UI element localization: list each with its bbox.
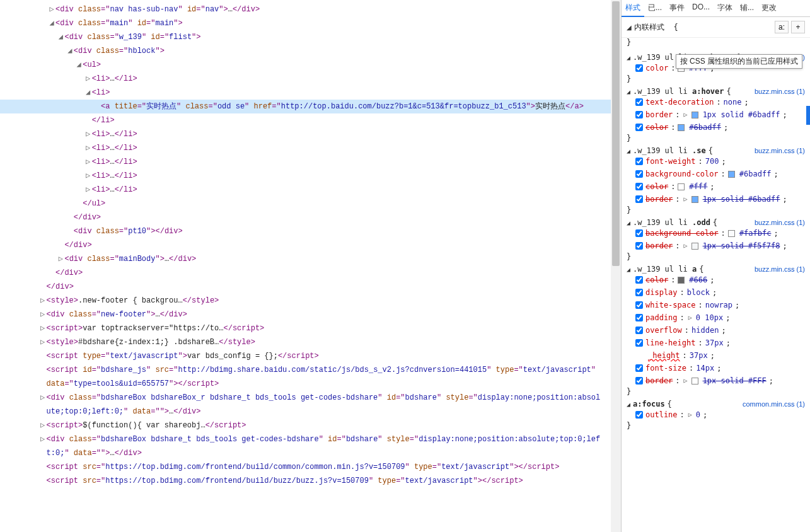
expand-arrow-icon[interactable]: ▷ xyxy=(39,419,47,432)
chevron-right-icon[interactable]: ▷ xyxy=(688,408,692,421)
css-prop-toggle[interactable] xyxy=(635,339,643,347)
dom-line[interactable]: ▷<li>…</li> xyxy=(0,127,621,141)
css-property[interactable]: border: ▷1px solid #6badff; xyxy=(635,108,805,121)
css-rules-list[interactable]: ◢.w_139 ul li .se:hover{buzz.min.css (1)… xyxy=(622,50,810,532)
css-prop-toggle[interactable] xyxy=(635,229,643,237)
css-property[interactable]: display: block; xyxy=(635,286,805,299)
css-property[interactable]: color: #666; xyxy=(635,274,805,286)
chevron-down-icon[interactable]: ◢ xyxy=(627,219,630,226)
dom-line[interactable]: ▷<div class="new-footer">…</div> xyxy=(0,308,621,321)
expand-arrow-icon[interactable]: ◢ xyxy=(57,30,64,44)
css-property[interactable]: background-color: #6badff; xyxy=(635,168,805,180)
color-swatch[interactable] xyxy=(678,277,685,284)
dom-line[interactable]: </div> xyxy=(0,266,621,280)
expand-arrow-icon[interactable]: ▷ xyxy=(84,72,92,86)
css-prop-toggle[interactable] xyxy=(635,170,643,178)
color-swatch[interactable] xyxy=(691,243,698,250)
css-property[interactable]: padding: ▷0 10px; xyxy=(635,311,805,324)
css-selector[interactable]: .w_139 ul li a xyxy=(633,265,697,274)
chevron-down-icon[interactable]: ◢ xyxy=(627,88,630,95)
color-swatch[interactable] xyxy=(678,124,685,131)
chevron-right-icon[interactable]: ▷ xyxy=(684,374,688,387)
chevron-right-icon[interactable]: ▷ xyxy=(684,240,688,252)
chevron-down-icon[interactable]: ◢ xyxy=(627,401,630,408)
dom-line[interactable]: ▷<li>…</li> xyxy=(0,155,621,169)
css-property[interactable]: color: #fff; xyxy=(635,180,805,193)
css-property[interactable]: font-size: 14px; xyxy=(635,362,805,374)
dom-tree[interactable]: ▷<div class="nav has-sub-nav" id="nav">…… xyxy=(0,0,621,500)
dom-line[interactable]: <div class="pt10"></div> xyxy=(0,224,621,238)
css-selector[interactable]: a:focus xyxy=(633,400,665,408)
dom-line[interactable]: </div> xyxy=(0,211,621,224)
css-selector[interactable]: .w_139 ul li a:hover xyxy=(633,87,724,96)
dom-line[interactable]: ◢<ul> xyxy=(0,58,621,72)
css-prop-toggle[interactable] xyxy=(635,411,643,419)
expand-arrow-icon[interactable]: ▷ xyxy=(84,183,92,197)
styles-tab-5[interactable]: 辅... xyxy=(736,0,758,16)
expand-arrow-icon[interactable]: ▷ xyxy=(39,308,47,321)
dom-line[interactable]: ute;top:0;left:0;" data="">…</div> xyxy=(0,405,621,419)
expand-arrow-icon[interactable]: ▷ xyxy=(84,169,92,183)
dom-line[interactable]: ▷<div class="nav has-sub-nav" id="nav">…… xyxy=(0,3,621,16)
dom-line[interactable]: ▷<div class="bdshareBox bdshare_t bds_to… xyxy=(0,432,621,446)
expand-arrow-icon[interactable]: ▷ xyxy=(84,155,92,169)
dom-line[interactable]: <script id="bdshare_js" src="http://bdim… xyxy=(0,363,621,377)
css-prop-toggle[interactable] xyxy=(635,64,643,72)
dom-line[interactable]: <script type="text/javascript">var bds_c… xyxy=(0,349,621,363)
chevron-down-icon[interactable]: ◢ xyxy=(627,266,630,273)
css-source-link[interactable]: buzz.min.css (1) xyxy=(755,147,805,154)
dom-line[interactable]: <a title="实时热点" class="odd se" href="htt… xyxy=(0,100,621,113)
dom-scrollbar-thumb[interactable] xyxy=(612,1,620,266)
styles-tab-6[interactable]: 更改 xyxy=(758,0,780,16)
color-swatch[interactable] xyxy=(728,171,735,178)
dom-line[interactable]: ▷<li>…</li> xyxy=(0,141,621,155)
css-property[interactable]: _height: 37px; xyxy=(635,349,805,362)
expand-arrow-icon[interactable]: ◢ xyxy=(48,16,55,30)
css-property[interactable]: outline: ▷0; xyxy=(635,408,805,421)
dom-line[interactable]: <script src="https://top.bdimg.com/front… xyxy=(0,474,621,488)
dom-line[interactable]: ▷<style>#bdshare{z-index:1;} .bdshareB…<… xyxy=(0,335,621,349)
css-property[interactable]: border: ▷1px solid #f5f7f8; xyxy=(635,240,805,252)
css-selector[interactable]: .w_139 ul li .odd xyxy=(633,218,710,227)
css-property[interactable]: text-decoration: none; xyxy=(635,96,805,108)
expand-arrow-icon[interactable]: ▷ xyxy=(84,141,92,155)
dom-line[interactable]: t:0;" data="">…</div> xyxy=(0,446,621,460)
chevron-down-icon[interactable]: ◢ xyxy=(627,54,630,61)
css-prop-toggle[interactable] xyxy=(635,301,643,309)
css-prop-toggle[interactable] xyxy=(635,377,643,385)
dom-tree-panel[interactable]: ▷<div class="nav has-sub-nav" id="nav">…… xyxy=(0,0,621,532)
css-property[interactable]: border: ▷1px solid #6badff; xyxy=(635,193,805,205)
dom-line[interactable]: ◢<div class="w_139" id="flist"> xyxy=(0,30,621,44)
dom-line[interactable]: ▷<li>…</li> xyxy=(0,72,621,86)
css-prop-toggle[interactable] xyxy=(635,314,643,321)
css-prop-toggle[interactable] xyxy=(635,98,643,106)
css-property[interactable]: line-height: 37px; xyxy=(635,337,805,349)
styles-tab-3[interactable]: DO... xyxy=(688,0,714,16)
chevron-right-icon[interactable]: ▷ xyxy=(684,193,688,205)
css-prop-toggle[interactable] xyxy=(635,242,643,250)
styles-tab-2[interactable]: 事件 xyxy=(666,0,688,16)
chevron-right-icon[interactable]: ▷ xyxy=(688,311,692,324)
expand-arrow-icon[interactable]: ◢ xyxy=(66,44,74,58)
chevron-down-icon[interactable]: ◢ xyxy=(627,24,632,31)
css-prop-toggle[interactable] xyxy=(635,183,643,190)
dom-line[interactable]: data="type=tools&uid=655757"></script> xyxy=(0,377,621,391)
css-prop-toggle[interactable] xyxy=(635,276,643,284)
dom-line[interactable]: ▷<style>.new-footer { backgrou…</style> xyxy=(0,294,621,308)
expand-arrow-icon[interactable]: ▷ xyxy=(57,252,64,266)
color-swatch[interactable] xyxy=(678,183,685,190)
css-prop-toggle[interactable] xyxy=(635,364,643,372)
chevron-right-icon[interactable]: ▷ xyxy=(684,108,688,121)
dom-line[interactable]: </li> xyxy=(0,113,621,127)
expand-arrow-icon[interactable]: ▷ xyxy=(39,294,47,308)
dom-line[interactable]: ◢<div class="hblock"> xyxy=(0,44,621,58)
css-prop-toggle[interactable] xyxy=(635,158,643,165)
expand-arrow-icon[interactable]: ▷ xyxy=(48,3,55,16)
css-prop-toggle[interactable] xyxy=(635,111,643,119)
dom-line[interactable]: </div> xyxy=(0,280,621,294)
dom-line[interactable]: </ul> xyxy=(0,197,621,211)
expand-arrow-icon[interactable]: ◢ xyxy=(75,58,83,72)
css-source-link[interactable]: buzz.min.css (1) xyxy=(755,265,805,273)
dom-line[interactable]: ▷<li>…</li> xyxy=(0,169,621,183)
css-prop-toggle[interactable] xyxy=(635,124,643,131)
